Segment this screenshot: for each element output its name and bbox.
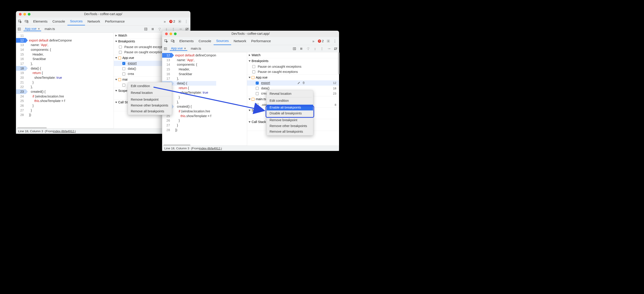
checkbox-icon[interactable] (256, 103, 259, 106)
svg-rect-8 (152, 28, 152, 30)
error-count[interactable]: ✕2 (318, 39, 324, 43)
breakpoint-entry[interactable]: export 12 (247, 80, 339, 85)
checkbox-icon[interactable] (122, 84, 125, 87)
edit-icon[interactable] (298, 81, 301, 85)
pause-icon[interactable] (151, 27, 155, 31)
tab-console[interactable]: Console (196, 37, 214, 45)
window-title: DevTools - coffee-cart.app/ (84, 12, 122, 16)
error-count-value: 2 (173, 19, 175, 23)
tab-network[interactable]: Network (231, 37, 249, 45)
kebab-icon[interactable]: ⋮ (184, 19, 188, 23)
ctx-remove-other[interactable]: Remove other breakpoints (128, 103, 172, 108)
kebab-icon[interactable]: ⋮ (333, 39, 337, 43)
tab-sources[interactable]: Sources (68, 17, 85, 25)
tab-sources[interactable]: Sources (214, 37, 231, 45)
filetab-label: App.vue (25, 27, 36, 31)
ctx-reveal-location[interactable]: Reveal location (128, 90, 172, 96)
checkbox-icon[interactable] (122, 72, 125, 75)
tab-elements[interactable]: Elements (177, 37, 196, 45)
ctx-disable-all[interactable]: Disable all breakpoints (266, 110, 313, 116)
ctx-enable-all[interactable]: Enable all breakpoints (266, 105, 313, 111)
code-editor[interactable]: 1213141516171819202122232425262728 expor… (162, 52, 247, 146)
code-editor[interactable]: 111213141516171819202122232425262728 exp… (16, 33, 114, 128)
svg-point-3 (179, 21, 180, 22)
step-icon[interactable] (327, 46, 331, 50)
debugger-toggle-icon[interactable] (292, 46, 296, 50)
ctx-edit-condition[interactable]: Edit condition (266, 98, 313, 104)
breakpoint-line: 8 (335, 103, 338, 106)
close-icon[interactable] (165, 32, 168, 35)
breakpoints-section[interactable]: Breakpoints (247, 58, 339, 64)
tab-elements[interactable]: Elements (31, 17, 50, 25)
close-icon[interactable] (19, 13, 22, 15)
svg-rect-24 (302, 48, 302, 50)
horizontal-scrollbar[interactable] (163, 145, 190, 146)
close-icon[interactable]: ✕ (38, 27, 40, 30)
section-title: Watch (118, 34, 127, 37)
filetab-main-ts[interactable]: main.ts (190, 47, 202, 50)
close-icon[interactable]: ✕ (184, 47, 186, 50)
debugger-toggle-icon[interactable] (144, 27, 148, 31)
more-tabs-icon[interactable]: » (311, 39, 315, 43)
ctx-reveal-location[interactable]: Reveal location (266, 91, 313, 97)
deactivate-breakpoints-icon[interactable] (334, 46, 338, 50)
filetab-main-ts[interactable]: main.ts (43, 27, 56, 31)
minimize-icon[interactable] (170, 32, 172, 35)
checkbox-icon[interactable] (256, 81, 259, 84)
inspect-icon[interactable] (18, 19, 22, 23)
ctx-remove-other[interactable]: Remove other breakpoints (266, 123, 313, 129)
pause-icon[interactable] (299, 46, 303, 50)
ctx-edit-condition[interactable]: Edit condition (128, 83, 172, 89)
breakpoint-line: 18 (333, 87, 337, 90)
ctx-remove-all[interactable]: Remove all breakpoints (266, 129, 313, 135)
zoom-icon[interactable] (28, 13, 30, 15)
breakpoint-file-app[interactable]: App.vue (247, 75, 339, 80)
pause-caught-toggle[interactable]: Pause on caught exceptions (247, 69, 339, 74)
ctx-remove-breakpoint[interactable]: Remove breakpoint (128, 97, 172, 103)
svg-point-11 (166, 30, 167, 30)
pause-uncaught-toggle[interactable]: Pause on uncaught exceptions (247, 64, 339, 69)
statusbar: Line 18, Column 3 (From index-8bfa4912.j (162, 146, 339, 151)
step-out-icon[interactable] (320, 46, 324, 50)
sourcemap-link[interactable]: index-8bfa4912.j (199, 146, 222, 150)
svg-rect-4 (18, 28, 20, 30)
tab-console[interactable]: Console (50, 17, 68, 25)
device-toolbar-icon[interactable] (171, 39, 175, 43)
tab-performance[interactable]: Performance (102, 17, 127, 25)
step-into-icon[interactable] (313, 46, 317, 50)
minimize-icon[interactable] (23, 13, 26, 15)
step-over-icon[interactable] (306, 46, 310, 50)
device-toolbar-icon[interactable] (24, 19, 29, 23)
checkbox-icon[interactable] (256, 92, 259, 95)
gear-icon[interactable] (178, 19, 182, 23)
trash-icon[interactable] (302, 81, 306, 85)
file-icon (252, 98, 254, 101)
ctx-remove-all[interactable]: Remove all breakpoints (128, 108, 172, 114)
tab-network[interactable]: Network (85, 17, 102, 25)
zoom-icon[interactable] (174, 32, 177, 35)
navigator-toggle-icon[interactable] (17, 27, 21, 31)
tab-performance[interactable]: Performance (249, 37, 273, 45)
breakpoint-text: data() (261, 86, 270, 90)
watch-section[interactable]: Watch (247, 52, 339, 58)
step-over-icon[interactable] (158, 27, 162, 31)
vertical-scrollbar[interactable] (338, 52, 340, 74)
ctx-remove-breakpoint[interactable]: Remove breakpoint (266, 117, 313, 123)
horizontal-scrollbar[interactable] (17, 127, 47, 128)
checkbox-icon[interactable] (256, 87, 259, 90)
svg-point-25 (308, 49, 308, 50)
checkbox-icon[interactable] (122, 67, 125, 70)
more-tabs-icon[interactable]: » (163, 19, 167, 23)
filetab-app-vue[interactable]: App.vue✕ (170, 46, 187, 51)
svg-point-26 (315, 49, 315, 50)
status-from-label: (From (191, 146, 199, 150)
checkbox-icon[interactable] (122, 62, 125, 65)
error-count[interactable]: ✕2 (170, 19, 175, 23)
inspect-icon[interactable] (164, 39, 168, 43)
sourcemap-link[interactable]: index-8bfa4912.j (53, 129, 76, 133)
gear-icon[interactable] (326, 39, 330, 43)
filetab-app-vue[interactable]: App.vue✕ (24, 27, 41, 31)
main-toolbar: Elements Console Sources Network Perform… (162, 37, 339, 45)
cursor-position: Line 18, Column 3 (18, 129, 43, 133)
navigator-toggle-icon[interactable] (163, 46, 168, 50)
